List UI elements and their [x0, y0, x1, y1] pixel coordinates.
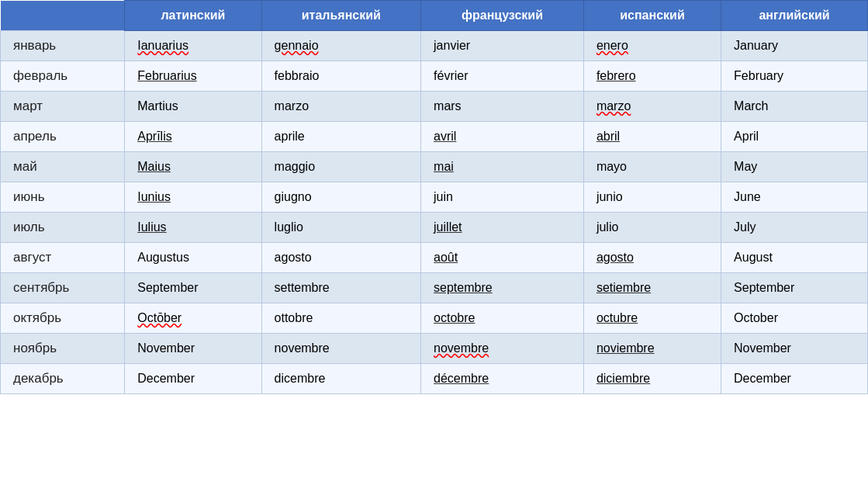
cell-latin-10: November: [125, 334, 261, 364]
spanish-month-7: agosto: [597, 251, 634, 264]
russian-month-4: май: [13, 159, 37, 174]
header-английский: английский: [721, 1, 868, 31]
french-month-10: novembre: [434, 341, 489, 355]
italian-month-6: luglio: [275, 220, 303, 234]
french-month-5: juin: [434, 190, 453, 203]
table-row: апрельAprīlisaprileavrilabrilApril: [1, 122, 868, 152]
italian-month-5: giugno: [275, 190, 312, 203]
spanish-month-9: octubre: [597, 311, 638, 324]
french-month-0: janvier: [434, 39, 470, 52]
cell-russian-1: февраль: [1, 61, 125, 92]
italian-month-0: gennaio: [275, 39, 319, 52]
cell-english-8: September: [721, 273, 868, 303]
cell-russian-9: октябрь: [1, 303, 125, 334]
cell-english-7: August: [721, 243, 868, 273]
english-month-1: February: [734, 69, 783, 82]
french-month-6: juillet: [434, 220, 462, 234]
cell-spanish-7: agosto: [583, 243, 721, 273]
cell-english-2: March: [721, 92, 868, 122]
latin-month-6: Iulius: [137, 220, 166, 234]
cell-latin-4: Maius: [125, 152, 261, 182]
cell-french-2: mars: [421, 92, 584, 122]
cell-italian-5: giugno: [261, 182, 420, 213]
cell-latin-8: September: [125, 273, 261, 303]
latin-month-8: September: [137, 281, 198, 294]
english-month-11: December: [734, 372, 791, 385]
table-row: майMaiusmaggiomaimayoMay: [1, 152, 868, 182]
spanish-month-5: junio: [597, 190, 623, 203]
cell-italian-2: marzo: [261, 92, 420, 122]
cell-french-1: février: [421, 61, 584, 92]
english-month-3: April: [734, 130, 759, 143]
latin-month-9: Octōber: [137, 311, 182, 324]
cell-latin-9: Octōber: [125, 303, 261, 334]
cell-italian-10: novembre: [261, 334, 420, 364]
cell-russian-6: июль: [1, 213, 125, 243]
cell-french-4: mai: [421, 152, 584, 182]
russian-month-6: июль: [13, 220, 45, 234]
spanish-month-2: marzo: [597, 99, 631, 113]
french-month-8: septembre: [434, 281, 493, 294]
cell-italian-3: aprile: [261, 122, 420, 152]
english-month-2: March: [734, 99, 768, 113]
latin-month-10: November: [137, 341, 195, 355]
months-table: латинскийитальянскийфранцузскийиспанский…: [0, 0, 868, 394]
header-empty: [1, 1, 125, 31]
cell-russian-11: декабрь: [1, 364, 125, 394]
cell-italian-4: maggio: [261, 152, 420, 182]
russian-month-2: март: [13, 99, 43, 113]
russian-month-8: сентябрь: [13, 280, 69, 295]
russian-month-3: апрель: [13, 129, 57, 144]
header-итальянский: итальянский: [261, 1, 420, 31]
cell-latin-0: Ianuarius: [125, 31, 261, 61]
french-month-4: mai: [434, 160, 454, 173]
cell-spanish-4: mayo: [583, 152, 721, 182]
english-month-5: June: [734, 190, 761, 203]
russian-month-9: октябрь: [13, 310, 61, 325]
cell-spanish-11: diciembre: [583, 364, 721, 394]
spanish-month-1: febrero: [597, 69, 636, 82]
cell-french-5: juin: [421, 182, 584, 213]
cell-russian-7: август: [1, 243, 125, 273]
cell-russian-4: май: [1, 152, 125, 182]
table-row: январьIanuariusgennaiojanviereneroJanuar…: [1, 31, 868, 61]
cell-french-7: août: [421, 243, 584, 273]
cell-spanish-10: noviembre: [583, 334, 721, 364]
cell-spanish-6: julio: [583, 213, 721, 243]
cell-english-0: January: [721, 31, 868, 61]
cell-english-1: February: [721, 61, 868, 92]
cell-french-3: avril: [421, 122, 584, 152]
italian-month-10: novembre: [275, 341, 330, 355]
cell-italian-7: agosto: [261, 243, 420, 273]
table-row: октябрьOctōberottobreoctobreoctubreOctob…: [1, 303, 868, 334]
english-month-6: July: [734, 220, 756, 234]
table-row: мартMartiusmarzomarsmarzoMarch: [1, 92, 868, 122]
cell-russian-10: ноябрь: [1, 334, 125, 364]
latin-month-2: Martius: [137, 99, 178, 113]
english-month-7: August: [734, 251, 773, 264]
spanish-month-8: setiembre: [597, 281, 651, 294]
russian-month-11: декабрь: [13, 371, 64, 386]
cell-russian-8: сентябрь: [1, 273, 125, 303]
months-table-container: латинскийитальянскийфранцузскийиспанский…: [0, 0, 868, 394]
russian-month-5: июнь: [13, 189, 45, 204]
header-латинский: латинский: [125, 1, 261, 31]
cell-italian-9: ottobre: [261, 303, 420, 334]
latin-month-1: Februarius: [137, 69, 196, 82]
spanish-month-0: enero: [597, 39, 628, 52]
cell-spanish-5: junio: [583, 182, 721, 213]
russian-month-7: август: [13, 250, 51, 265]
header-испанский: испанский: [583, 1, 721, 31]
table-row: сентябрьSeptembersettembreseptembresetie…: [1, 273, 868, 303]
table-row: июльIuliuslugliojuilletjulioJuly: [1, 213, 868, 243]
french-month-1: février: [434, 69, 468, 82]
english-month-4: May: [734, 160, 757, 173]
spanish-month-4: mayo: [597, 160, 627, 173]
russian-month-1: февраль: [13, 68, 67, 83]
english-month-0: January: [734, 39, 778, 52]
cell-spanish-2: marzo: [583, 92, 721, 122]
italian-month-3: aprile: [275, 130, 305, 143]
cell-french-6: juillet: [421, 213, 584, 243]
french-month-9: octobre: [434, 311, 475, 324]
italian-month-4: maggio: [275, 160, 315, 173]
